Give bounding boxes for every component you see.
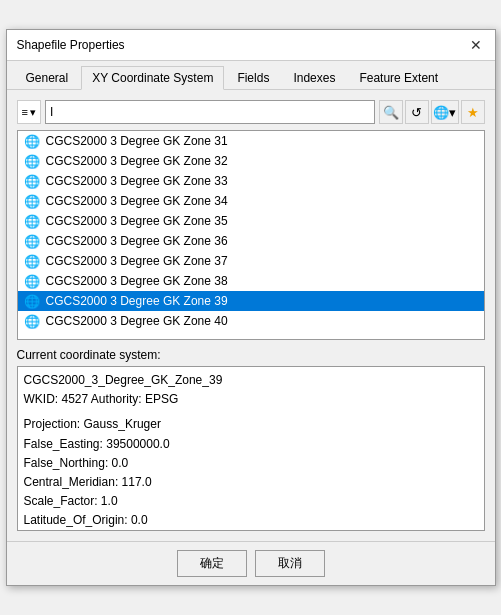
current-coord-scale-factor: Scale_Factor: 1.0 xyxy=(24,492,478,511)
current-coord-projection: Projection: Gauss_Kruger xyxy=(24,415,478,434)
current-coord-linear-unit: Linear Unit: Meter (1.0) xyxy=(24,531,478,532)
close-button[interactable]: ✕ xyxy=(467,36,485,54)
tab-content: ≡ ▾ 🔍 ↺ 🌐▾ ★ 🌐 CGCS2000 3 Degree GK Zone… xyxy=(7,90,495,541)
filter-dropdown-arrow: ▾ xyxy=(30,106,36,119)
list-item[interactable]: 🌐 CGCS2000 3 Degree GK Zone 31 xyxy=(18,131,484,151)
list-item[interactable]: 🌐 CGCS2000 3 Degree GK Zone 39 xyxy=(18,291,484,311)
current-coord-false-easting: False_Easting: 39500000.0 xyxy=(24,435,478,454)
globe-icon: 🌐 xyxy=(24,153,40,169)
globe-icon: 🌐 xyxy=(24,233,40,249)
dialog-title: Shapefile Properties xyxy=(17,38,125,52)
current-coord-line-1: CGCS2000_3_Degree_GK_Zone_39 xyxy=(24,371,478,390)
list-item-label: CGCS2000 3 Degree GK Zone 36 xyxy=(46,234,228,248)
tab-feature-extent[interactable]: Feature Extent xyxy=(348,66,449,90)
globe-icon: 🌐 xyxy=(24,193,40,209)
list-item-label: CGCS2000 3 Degree GK Zone 39 xyxy=(46,294,228,308)
list-item[interactable]: 🌐 CGCS2000 3 Degree GK Zone 32 xyxy=(18,151,484,171)
list-item[interactable]: 🌐 CGCS2000 3 Degree GK Zone 34 xyxy=(18,191,484,211)
globe-icon: 🌐 xyxy=(24,133,40,149)
tab-xy-coordinate-system[interactable]: XY Coordinate System xyxy=(81,66,224,90)
globe-icon: 🌐 xyxy=(24,313,40,329)
list-item-label: CGCS2000 3 Degree GK Zone 38 xyxy=(46,274,228,288)
search-button[interactable]: 🔍 xyxy=(379,100,403,124)
globe-dropdown-button[interactable]: 🌐▾ xyxy=(431,100,459,124)
current-coord-central-meridian: Central_Meridian: 117.0 xyxy=(24,473,478,492)
tab-general[interactable]: General xyxy=(15,66,80,90)
globe-icon: 🌐 xyxy=(24,213,40,229)
tab-fields[interactable]: Fields xyxy=(226,66,280,90)
shapefile-properties-dialog: Shapefile Properties ✕ General XY Coordi… xyxy=(6,29,496,586)
list-item[interactable]: 🌐 CGCS2000 3 Degree GK Zone 35 xyxy=(18,211,484,231)
current-coord-latitude-origin: Latitude_Of_Origin: 0.0 xyxy=(24,511,478,530)
search-toolbar: ≡ ▾ 🔍 ↺ 🌐▾ ★ xyxy=(17,100,485,124)
list-item-label: CGCS2000 3 Degree GK Zone 40 xyxy=(46,314,228,328)
list-item[interactable]: 🌐 CGCS2000 3 Degree GK Zone 36 xyxy=(18,231,484,251)
globe-icon: 🌐 xyxy=(24,273,40,289)
list-item-label: CGCS2000 3 Degree GK Zone 35 xyxy=(46,214,228,228)
current-coord-label: Current coordinate system: xyxy=(17,348,485,362)
globe-icon: 🌐 xyxy=(24,293,40,309)
cancel-button[interactable]: 取消 xyxy=(255,550,325,577)
filter-icon: ≡ xyxy=(22,106,28,118)
list-item[interactable]: 🌐 CGCS2000 3 Degree GK Zone 40 xyxy=(18,311,484,331)
favorites-button[interactable]: ★ xyxy=(461,100,485,124)
list-item-label: CGCS2000 3 Degree GK Zone 31 xyxy=(46,134,228,148)
refresh-button[interactable]: ↺ xyxy=(405,100,429,124)
list-item-label: CGCS2000 3 Degree GK Zone 37 xyxy=(46,254,228,268)
filter-button[interactable]: ≡ ▾ xyxy=(17,100,41,124)
list-item[interactable]: 🌐 CGCS2000 3 Degree GK Zone 37 xyxy=(18,251,484,271)
globe-icon: 🌐 xyxy=(24,253,40,269)
list-item[interactable]: 🌐 CGCS2000 3 Degree GK Zone 33 xyxy=(18,171,484,191)
tab-bar: General XY Coordinate System Fields Inde… xyxy=(7,61,495,90)
list-item-label: CGCS2000 3 Degree GK Zone 34 xyxy=(46,194,228,208)
search-input[interactable] xyxy=(45,100,375,124)
dialog-footer: 确定 取消 xyxy=(7,541,495,585)
confirm-button[interactable]: 确定 xyxy=(177,550,247,577)
toolbar-icons: 🔍 ↺ 🌐▾ ★ xyxy=(379,100,485,124)
title-bar: Shapefile Properties ✕ xyxy=(7,30,495,61)
current-coord-line-2: WKID: 4527 Authority: EPSG xyxy=(24,390,478,409)
list-item[interactable]: 🌐 CGCS2000 3 Degree GK Zone 38 xyxy=(18,271,484,291)
globe-icon: 🌐 xyxy=(24,173,40,189)
list-item-label: CGCS2000 3 Degree GK Zone 32 xyxy=(46,154,228,168)
current-coord-box: CGCS2000_3_Degree_GK_Zone_39 WKID: 4527 … xyxy=(17,366,485,531)
tab-indexes[interactable]: Indexes xyxy=(282,66,346,90)
current-coord-false-northing: False_Northing: 0.0 xyxy=(24,454,478,473)
list-item-label: CGCS2000 3 Degree GK Zone 33 xyxy=(46,174,228,188)
coordinate-list[interactable]: 🌐 CGCS2000 3 Degree GK Zone 31 🌐 CGCS200… xyxy=(17,130,485,340)
